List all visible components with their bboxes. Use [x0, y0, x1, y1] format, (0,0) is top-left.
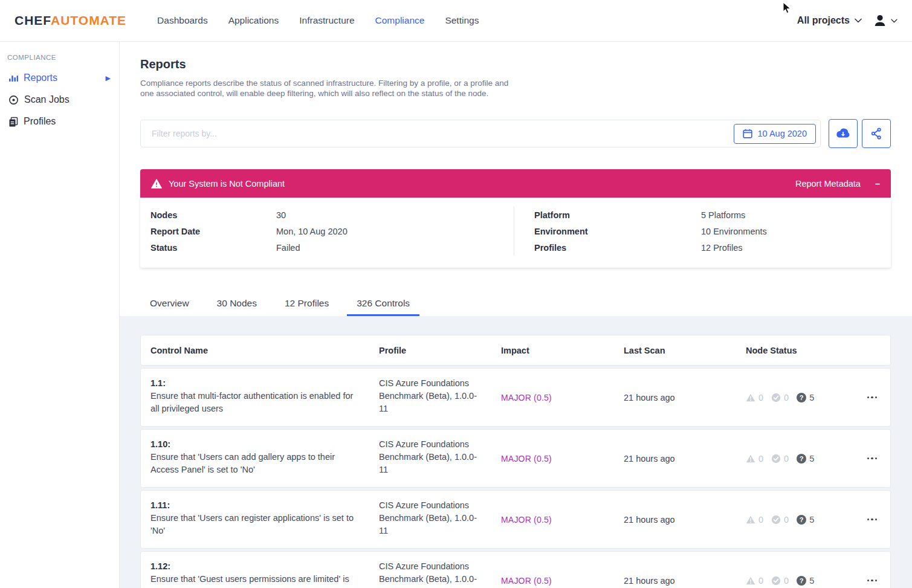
tab-profiles[interactable]: 12 Profiles: [275, 292, 338, 316]
date-picker-button[interactable]: 10 Aug 2020: [734, 124, 816, 144]
metadata-value: Mon, 10 Aug 2020: [276, 227, 348, 236]
metadata-label: Platform: [534, 210, 701, 220]
tab-nodes[interactable]: 30 Nodes: [207, 292, 267, 316]
chevron-right-icon: ▶: [106, 74, 111, 82]
nav-compliance[interactable]: Compliance: [365, 15, 435, 26]
download-report-button[interactable]: [829, 119, 858, 148]
node-status-cell: 0 0 ?5: [746, 515, 859, 525]
sidebar-item-profiles[interactable]: Profiles: [0, 111, 119, 132]
nav-settings[interactable]: Settings: [435, 15, 489, 26]
main-content: Reports Compliance reports describe the …: [120, 42, 912, 588]
report-metadata-toggle[interactable]: Report Metadata –: [795, 179, 880, 189]
passed-count: 0: [784, 576, 789, 586]
unknown-count: 5: [809, 454, 814, 464]
impact-cell: MAJOR (0.5): [501, 393, 624, 402]
failed-count: 0: [758, 454, 763, 464]
table-header-row: Control Name Profile Impact Last Scan No…: [140, 335, 891, 366]
metadata-label: Environment: [534, 227, 701, 236]
metadata-value: 12 Profiles: [701, 243, 743, 253]
metadata-value: 5 Platforms: [701, 210, 745, 220]
projects-dropdown[interactable]: All projects: [797, 15, 862, 26]
warning-triangle-icon: [151, 179, 162, 189]
warning-triangle-icon: [746, 515, 755, 524]
metadata-row: Profiles 12 Profiles: [534, 239, 891, 256]
unknown-count: 5: [809, 393, 814, 402]
col-header-impact: Impact: [501, 346, 624, 355]
more-options-icon[interactable]: [867, 454, 878, 464]
passed-count: 0: [784, 393, 789, 402]
nav-applications[interactable]: Applications: [218, 15, 289, 26]
logo-chef: CHEF: [15, 13, 51, 27]
more-options-icon[interactable]: [867, 576, 878, 586]
date-label: 10 Aug 2020: [758, 129, 807, 138]
top-nav: CHEFAUTOMATE Dashboards Applications Inf…: [0, 0, 912, 42]
share-report-button[interactable]: [862, 119, 891, 148]
chevron-down-icon: [891, 19, 897, 23]
metadata-row: Platform 5 Platforms: [534, 207, 891, 223]
tab-overview[interactable]: Overview: [140, 292, 199, 316]
filter-reports-input[interactable]: [141, 120, 734, 147]
control-id: 1.1:: [150, 378, 166, 388]
last-scan-cell: 21 hours ago: [624, 576, 746, 586]
banner-message: Your System is Not Compliant: [169, 179, 285, 189]
metadata-right-column: Platform 5 Platforms Environment 10 Envi…: [514, 207, 891, 256]
share-icon: [870, 127, 883, 140]
user-menu[interactable]: [873, 13, 897, 28]
projects-label: All projects: [797, 15, 850, 26]
metadata-row: Report Date Mon, 10 Aug 2020: [150, 223, 514, 239]
app-logo[interactable]: CHEFAUTOMATE: [15, 13, 126, 28]
passed-count: 0: [784, 454, 789, 464]
more-options-icon[interactable]: [867, 393, 878, 402]
metadata-label: Nodes: [150, 210, 276, 220]
metadata-label: Profiles: [534, 243, 701, 253]
control-name-cell: 1.12: Ensure that 'Guest users permissio…: [150, 560, 379, 588]
control-id: 1.12:: [150, 561, 170, 571]
metadata-left-column: Nodes 30 Report Date Mon, 10 Aug 2020 St…: [140, 207, 514, 256]
node-status-cell: 0 0 ?5: [746, 454, 859, 464]
tab-controls[interactable]: 326 Controls: [347, 292, 419, 316]
sidebar-item-reports[interactable]: Reports ▶: [0, 67, 119, 89]
nav-right: All projects: [797, 13, 897, 28]
last-scan-cell: 21 hours ago: [624, 454, 746, 464]
metadata-value: Failed: [276, 243, 300, 253]
main-nav: Dashboards Applications Infrastructure C…: [147, 15, 489, 26]
control-name-cell: 1.1: Ensure that multi-factor authentica…: [150, 377, 379, 415]
warning-triangle-icon: [746, 577, 755, 585]
more-options-icon[interactable]: [867, 515, 878, 525]
sidebar: COMPLIANCE Reports ▶ Scan Jobs Profiles: [0, 42, 120, 588]
table-row[interactable]: 1.11: Ensure that 'Users can register ap…: [140, 490, 891, 549]
table-row[interactable]: 1.1: Ensure that multi-factor authentica…: [140, 368, 891, 427]
sidebar-item-label: Profiles: [24, 116, 56, 127]
control-description: Ensure that multi-factor authentication …: [150, 391, 353, 413]
impact-cell: MAJOR (0.5): [501, 515, 624, 525]
sidebar-item-scan-jobs[interactable]: Scan Jobs: [0, 89, 119, 111]
table-row[interactable]: 1.10: Ensure that 'Users can add gallery…: [140, 429, 891, 488]
profiles-icon: [8, 117, 18, 127]
failed-count: 0: [758, 393, 763, 402]
col-header-profile: Profile: [379, 346, 501, 355]
metadata-row: Status Failed: [150, 239, 514, 256]
metadata-label: Report Date: [150, 227, 276, 236]
sidebar-item-label: Reports: [24, 73, 57, 83]
metadata-value: 10 Environments: [701, 227, 767, 236]
warning-triangle-icon: [746, 393, 755, 402]
node-status-cell: 0 0 ?5: [746, 393, 859, 402]
nav-infrastructure[interactable]: Infrastructure: [289, 15, 364, 26]
logo-automate: AUTOMATE: [51, 13, 126, 27]
control-description: Ensure that 'Users can register applicat…: [150, 513, 354, 535]
col-header-node-status: Node Status: [746, 346, 859, 355]
check-circle-icon: [771, 393, 781, 402]
collapse-minus-icon: –: [875, 179, 880, 189]
calendar-icon: [743, 129, 752, 138]
report-metadata-label: Report Metadata: [795, 179, 861, 189]
nav-dashboards[interactable]: Dashboards: [147, 15, 218, 26]
controls-table: Control Name Profile Impact Last Scan No…: [120, 316, 912, 588]
control-name-cell: 1.10: Ensure that 'Users can add gallery…: [150, 438, 379, 476]
table-row[interactable]: 1.12: Ensure that 'Guest users permissio…: [140, 551, 891, 588]
question-circle-icon: ?: [797, 393, 806, 402]
check-circle-icon: [771, 454, 781, 464]
failed-count: 0: [758, 515, 763, 525]
node-status-cell: 0 0 ?5: [746, 576, 859, 586]
question-circle-icon: ?: [797, 576, 806, 586]
sidebar-item-label: Scan Jobs: [24, 94, 70, 105]
